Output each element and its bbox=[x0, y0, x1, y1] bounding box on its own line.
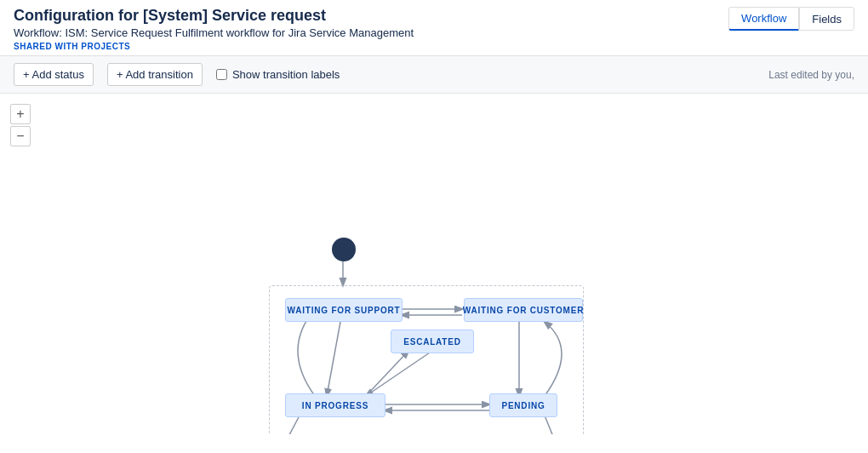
zoom-out-button[interactable]: − bbox=[10, 126, 31, 146]
zoom-controls: + − bbox=[10, 104, 31, 146]
node-waiting-for-customer[interactable]: WAITING FOR CUSTOMER bbox=[464, 298, 583, 322]
node-pending[interactable]: PENDING bbox=[489, 393, 557, 417]
toolbar: + Add status + Add transition Show trans… bbox=[0, 56, 868, 94]
tab-workflow[interactable]: Workflow bbox=[728, 7, 799, 31]
last-edited-text: Last edited by you, bbox=[768, 69, 854, 81]
tab-fields[interactable]: Fields bbox=[799, 7, 854, 31]
workflow-canvas[interactable]: + − bbox=[0, 94, 868, 434]
node-in-progress[interactable]: IN PROGRESS bbox=[285, 393, 385, 417]
node-waiting-for-support[interactable]: WAITING FOR SUPPORT bbox=[285, 298, 403, 322]
add-transition-button[interactable]: + Add transition bbox=[107, 63, 203, 86]
zoom-in-button[interactable]: + bbox=[10, 104, 31, 124]
start-node[interactable] bbox=[332, 238, 356, 261]
shared-tag: SHARED WITH PROJECTS bbox=[14, 42, 130, 51]
show-transition-labels-text: Show transition labels bbox=[232, 68, 340, 81]
node-escalated[interactable]: ESCALATED bbox=[391, 330, 474, 353]
tab-bar: Workflow Fields bbox=[728, 7, 854, 31]
show-transition-labels-label: Show transition labels bbox=[216, 68, 340, 81]
show-transition-labels-checkbox[interactable] bbox=[216, 69, 227, 80]
add-status-button[interactable]: + Add status bbox=[14, 63, 94, 86]
